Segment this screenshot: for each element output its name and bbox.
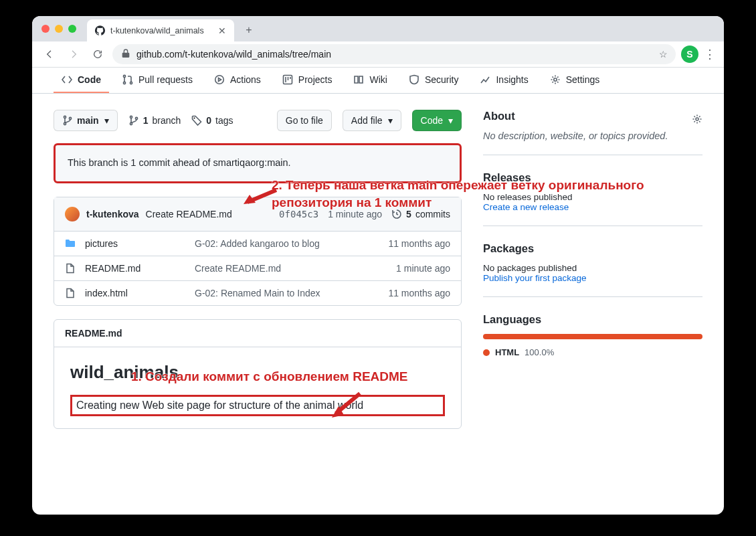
- file-icon: [65, 263, 76, 274]
- commit-message[interactable]: Create README.md: [146, 209, 232, 219]
- commits-link[interactable]: 5 commits: [391, 209, 450, 219]
- svg-point-1: [123, 82, 125, 84]
- releases-none: No releases published: [483, 192, 702, 202]
- releases-heading: Releases: [483, 171, 702, 184]
- file-commit-message[interactable]: G-02: Added kangaroo to blog: [195, 238, 379, 249]
- file-name[interactable]: README.md: [85, 263, 185, 274]
- nav-actions[interactable]: Actions: [206, 68, 269, 93]
- url-bar[interactable]: github.com/t-kutenkova/wild_animals/tree…: [112, 44, 676, 64]
- browser-tab[interactable]: t-kutenkova/wild_animals ✕: [87, 19, 234, 41]
- folder-icon: [65, 238, 76, 249]
- svg-point-7: [64, 122, 66, 124]
- file-row[interactable]: index.htmlG-02: Renamed Main to Index11 …: [54, 281, 461, 305]
- svg-point-0: [123, 75, 125, 77]
- reload-button[interactable]: [88, 45, 107, 64]
- nav-pull-requests[interactable]: Pull requests: [114, 68, 201, 93]
- repo-nav: Code Pull requests Actions Projects Wiki…: [32, 68, 724, 94]
- branch-icon: [62, 115, 73, 126]
- sidebar: About No description, website, or topics…: [478, 110, 702, 429]
- file-when: 11 months ago: [388, 288, 450, 298]
- nav-settings[interactable]: Settings: [542, 68, 608, 93]
- packages-none: No packages published: [483, 263, 702, 273]
- branch-selector[interactable]: main ▾: [54, 110, 118, 131]
- svg-point-10: [130, 122, 132, 124]
- window-close[interactable]: [41, 25, 50, 33]
- file-row[interactable]: picturesG-02: Added kangaroo to blog11 m…: [54, 232, 461, 256]
- browser-menu-button[interactable]: ⋮: [704, 47, 716, 62]
- new-tab-button[interactable]: +: [240, 21, 258, 39]
- readme-heading: wild_animals: [70, 362, 445, 383]
- language-color-dot: [483, 349, 490, 356]
- url-text: github.com/t-kutenkova/wild_animals/tree…: [136, 49, 331, 60]
- add-file-button[interactable]: Add file▾: [343, 110, 401, 131]
- avatar[interactable]: [65, 207, 80, 221]
- shield-icon: [409, 74, 419, 85]
- svg-point-11: [135, 117, 137, 119]
- projects-icon: [282, 74, 293, 85]
- readme-box: README.md wild_animals Creating new Web …: [54, 319, 462, 429]
- svg-point-6: [64, 116, 66, 118]
- window-maximize[interactable]: [68, 25, 76, 33]
- file-commit-message[interactable]: Create README.md: [195, 263, 387, 274]
- commit-when: 1 minute ago: [328, 209, 382, 219]
- branch-status-notice: This branch is 1 commit ahead of smartiq…: [54, 143, 462, 183]
- nav-forward-button[interactable]: [64, 45, 83, 64]
- about-description: No description, website, or topics provi…: [483, 130, 702, 141]
- github-icon: [95, 25, 105, 35]
- language-item[interactable]: HTML 100.0%: [483, 347, 702, 357]
- publish-package-link[interactable]: Publish your first package: [483, 273, 702, 283]
- pull-request-icon: [122, 74, 133, 85]
- svg-point-8: [69, 117, 71, 119]
- about-settings-gear-icon[interactable]: [692, 114, 702, 127]
- language-bar: [483, 334, 702, 339]
- create-release-link[interactable]: Create a new release: [483, 202, 702, 212]
- svg-point-13: [696, 118, 698, 120]
- code-button[interactable]: Code▾: [412, 110, 462, 131]
- caret-down-icon: ▾: [104, 115, 109, 126]
- go-to-file-button[interactable]: Go to file: [277, 110, 332, 131]
- nav-code[interactable]: Code: [54, 68, 109, 93]
- packages-heading: Packages: [483, 242, 702, 255]
- languages-heading: Languages: [483, 313, 702, 326]
- branch-icon: [128, 115, 139, 126]
- file-name[interactable]: pictures: [85, 238, 185, 249]
- history-icon: [391, 209, 402, 219]
- nav-security[interactable]: Security: [401, 68, 467, 93]
- profile-avatar[interactable]: S: [681, 46, 698, 63]
- tags-link[interactable]: 0 tags: [191, 115, 233, 126]
- insights-icon: [480, 74, 490, 85]
- lock-icon: [120, 48, 131, 61]
- caret-down-icon: ▾: [448, 115, 453, 126]
- wiki-icon: [353, 74, 364, 85]
- bookmark-star-icon[interactable]: ☆: [659, 49, 668, 60]
- browser-toolbar: github.com/t-kutenkova/wild_animals/tree…: [32, 41, 724, 68]
- main-column: main ▾ 1 branch 0 tags Go to file: [54, 110, 462, 429]
- latest-commit-bar: t-kutenkova Create README.md 0f045c3 1 m…: [54, 197, 461, 232]
- caret-down-icon: ▾: [388, 115, 393, 126]
- branches-link[interactable]: 1 branch: [128, 115, 181, 126]
- svg-point-12: [194, 118, 195, 119]
- file-row[interactable]: README.mdCreate README.md1 minute ago: [54, 256, 461, 281]
- file-name[interactable]: index.html: [85, 288, 185, 298]
- readme-filename: README.md: [54, 320, 461, 347]
- nav-wiki[interactable]: Wiki: [345, 68, 395, 93]
- nav-insights[interactable]: Insights: [472, 68, 536, 93]
- nav-projects[interactable]: Projects: [274, 68, 341, 93]
- svg-point-3: [215, 76, 224, 84]
- commit-sha[interactable]: 0f045c3: [279, 209, 318, 219]
- tag-icon: [191, 115, 202, 126]
- file-commit-message[interactable]: G-02: Renamed Main to Index: [195, 288, 379, 298]
- page: Code Pull requests Actions Projects Wiki…: [32, 68, 724, 515]
- svg-point-9: [130, 116, 132, 118]
- about-heading: About: [483, 110, 515, 122]
- file-icon: [65, 288, 76, 298]
- window-controls: [41, 25, 76, 33]
- actions-icon: [214, 74, 225, 85]
- commit-author[interactable]: t-kutenkova: [86, 209, 139, 219]
- nav-back-button[interactable]: [40, 45, 59, 64]
- browser-window: t-kutenkova/wild_animals ✕ + github.com/…: [32, 16, 724, 515]
- tab-close-icon[interactable]: ✕: [218, 25, 226, 36]
- window-minimize[interactable]: [55, 25, 63, 33]
- tab-title: t-kutenkova/wild_animals: [110, 26, 204, 35]
- readme-description: Creating new Web site page for structure…: [70, 395, 445, 416]
